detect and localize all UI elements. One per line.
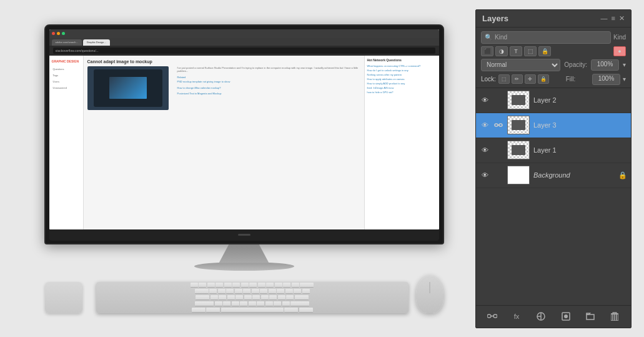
fx-button[interactable]: fx bbox=[509, 309, 524, 324]
key bbox=[261, 295, 269, 300]
key bbox=[209, 289, 217, 294]
lock-image-button[interactable]: ✏ bbox=[512, 74, 523, 84]
layer-visibility-layer2[interactable]: 👁 bbox=[480, 95, 490, 105]
layer-name-layer2: Layer 2 bbox=[533, 96, 627, 104]
lock-position-button[interactable]: ✛ bbox=[525, 74, 536, 84]
layer-item-layer2[interactable]: 👁 Layer 2 bbox=[476, 88, 631, 113]
thumb-checker-layer2 bbox=[508, 91, 529, 109]
layer-item-layer3[interactable]: 👁 Layer 3 bbox=[476, 113, 631, 138]
key bbox=[224, 283, 232, 288]
panel-close-button[interactable]: ✕ bbox=[619, 14, 625, 23]
content-link-2[interactable]: How to change iMac calendar mockup? bbox=[177, 86, 360, 90]
filter-icon-smart[interactable]: 🔒 bbox=[538, 46, 551, 56]
layer-visibility-background[interactable]: 👁 bbox=[480, 170, 490, 180]
layer-item-background[interactable]: 👁 Background 🔒 bbox=[476, 163, 631, 188]
mockup-inner bbox=[94, 69, 162, 107]
adjustment-layer-button[interactable] bbox=[533, 309, 548, 324]
key-ctrl-r bbox=[299, 308, 313, 313]
lock-all-button[interactable]: 🔒 bbox=[538, 74, 549, 84]
new-group-button[interactable] bbox=[583, 309, 598, 324]
filter-icon-type[interactable]: T bbox=[510, 46, 522, 56]
keyboard-rows bbox=[101, 283, 404, 313]
lock-transparency-button[interactable]: ⬚ bbox=[498, 74, 510, 84]
key bbox=[278, 295, 285, 300]
key bbox=[275, 283, 282, 288]
key bbox=[243, 289, 250, 294]
monitor-stand bbox=[219, 244, 269, 263]
filter-icon-adjustment[interactable]: ◑ bbox=[495, 46, 508, 56]
key bbox=[232, 301, 239, 306]
hot-question-6[interactable]: feed: InDesign AIS>now bbox=[367, 86, 437, 89]
trash-icon bbox=[611, 312, 618, 321]
key bbox=[269, 295, 277, 300]
panel-minimize-button[interactable]: — bbox=[601, 14, 608, 22]
filter-icon-shape[interactable]: ⬚ bbox=[524, 46, 537, 56]
content-image bbox=[87, 66, 169, 110]
link-layers-button[interactable] bbox=[485, 309, 500, 324]
key bbox=[249, 301, 256, 306]
browser-tab-2[interactable]: Graphic Design... bbox=[83, 39, 110, 46]
filter-row: 🔍 Kind Kind bbox=[481, 31, 626, 44]
key bbox=[215, 283, 223, 288]
layer-mask-button[interactable] bbox=[558, 309, 573, 324]
key-row-3 bbox=[101, 295, 404, 300]
content-link-1[interactable]: PSD mockup template not giving image to … bbox=[177, 80, 360, 84]
hot-question-2[interactable]: How do I get to unlock settings in any bbox=[367, 69, 437, 72]
key bbox=[286, 295, 294, 300]
lock-row: Lock: ⬚ ✏ ✛ 🔒 Fill: 100% ▾ bbox=[481, 74, 626, 85]
adjustment-icon bbox=[537, 312, 545, 321]
thumb-monitor-layer3 bbox=[512, 120, 525, 130]
key bbox=[277, 289, 284, 294]
hot-question-7[interactable]: how to hide a GPU via? bbox=[367, 91, 437, 94]
key bbox=[285, 289, 293, 294]
panel-header: Layers — ≡ ✕ bbox=[476, 10, 631, 28]
hot-question-1[interactable]: What happens on executing CTRL+r command… bbox=[367, 64, 437, 68]
key bbox=[211, 295, 218, 300]
fill-input[interactable]: 100% bbox=[592, 74, 620, 85]
hot-question-3[interactable]: Nothing seems after my pattern bbox=[367, 73, 437, 76]
thumb-monitor-layer2 bbox=[512, 95, 525, 105]
key bbox=[249, 283, 257, 288]
key bbox=[282, 301, 290, 306]
filter-icon-pixel[interactable]: ⬛ bbox=[481, 46, 493, 56]
svg-rect-1 bbox=[499, 124, 502, 126]
panel-menu-button[interactable]: ≡ bbox=[612, 14, 615, 22]
sidebar-unanswered: Unanswered bbox=[52, 86, 81, 90]
key bbox=[191, 283, 198, 288]
address-input[interactable]: stackoverflow.com/questions/... bbox=[53, 48, 435, 54]
browser-tab-1[interactable]: adobe.com/search... bbox=[52, 39, 82, 46]
key bbox=[218, 289, 225, 294]
browser-tabs: adobe.com/search... Graphic Design... bbox=[49, 38, 439, 46]
browser-window: adobe.com/search... Graphic Design... st… bbox=[49, 29, 439, 229]
filter-icons-row: ⬛ ◑ T ⬚ 🔒 ● bbox=[481, 46, 626, 56]
address-text: stackoverflow.com/questions/... bbox=[56, 49, 99, 53]
search-box[interactable]: 🔍 Kind bbox=[481, 31, 611, 44]
key-row-2 bbox=[101, 289, 404, 294]
content-link-3[interactable]: Posterized Text in Magenta and Mockup bbox=[177, 92, 360, 96]
layer-visibility-layer3[interactable]: 👁 bbox=[480, 120, 490, 130]
key-row-5 bbox=[101, 308, 404, 313]
hot-question-5[interactable]: How to simply ADD product to any bbox=[367, 82, 437, 85]
small-device bbox=[45, 282, 82, 313]
key-ctrl bbox=[192, 308, 206, 313]
layer-name-layer3: Layer 3 bbox=[533, 121, 627, 129]
layer-lock-icon-background: 🔒 bbox=[618, 171, 627, 179]
link-icon bbox=[487, 312, 497, 321]
layer-visibility-layer1[interactable]: 👁 bbox=[480, 145, 490, 155]
page-content-title: Cannot adapt image to mockup bbox=[87, 59, 360, 64]
blend-mode-select[interactable]: Normal bbox=[481, 59, 560, 71]
key bbox=[244, 295, 252, 300]
key bbox=[294, 289, 301, 294]
key bbox=[283, 283, 290, 288]
site-logo: GRAPHIC DESIGN bbox=[52, 59, 81, 63]
delete-layer-button[interactable] bbox=[607, 309, 622, 324]
filter-toggle-button[interactable]: ● bbox=[613, 46, 626, 56]
opacity-input[interactable]: 100% bbox=[591, 59, 619, 71]
layer-thumbnail-layer2 bbox=[507, 91, 530, 109]
key-caps bbox=[196, 295, 209, 300]
sidebar-questions: Questions bbox=[52, 67, 81, 71]
key-alt bbox=[206, 308, 220, 313]
hot-question-4[interactable]: How to apply attributes on canvas bbox=[367, 78, 437, 81]
opacity-arrow: ▾ bbox=[623, 61, 626, 68]
layer-item-layer1[interactable]: 👁 Layer 1 bbox=[476, 138, 631, 163]
